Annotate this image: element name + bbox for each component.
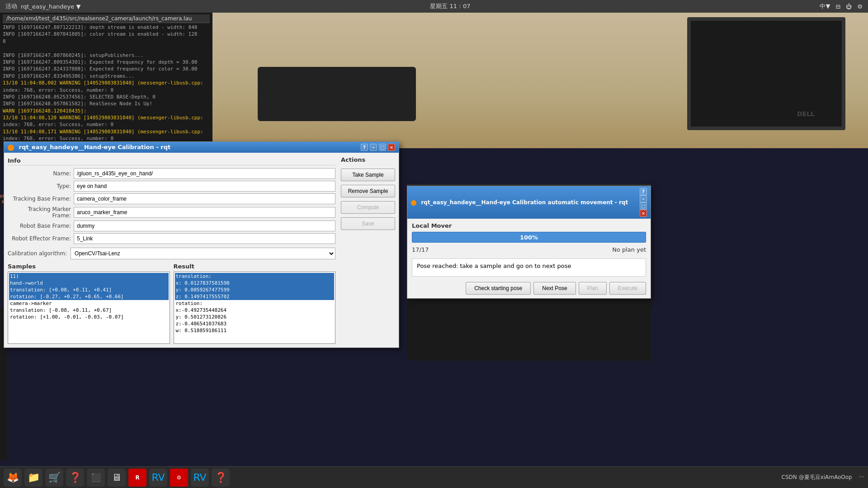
progress-text: 100% bbox=[520, 234, 538, 241]
robot-effector-row: Robot Effector Frame: bbox=[8, 233, 335, 244]
samples-title: Samples bbox=[8, 263, 170, 270]
term-line-3: 8 bbox=[3, 38, 210, 45]
calibration-left-panel: Info Name: Type: Tracking Base Frame: Tr… bbox=[8, 156, 335, 344]
auto-dialog-buttons: Check starting pose Next Pose Plan Execu… bbox=[412, 282, 646, 295]
tracking-base-input[interactable] bbox=[74, 193, 335, 204]
robot-effector-input[interactable] bbox=[74, 233, 335, 244]
topbar-left: 活动 rqt_easy_handeye ▼ bbox=[5, 2, 80, 10]
actions-panel: Actions Take Sample Remove Sample Comput… bbox=[341, 156, 395, 344]
save-button[interactable]: Save bbox=[341, 217, 395, 230]
sample-list[interactable]: 11) hand->world translation: [+0.08, +0.… bbox=[8, 272, 170, 344]
dialog-close-button[interactable]: ✕ bbox=[388, 144, 395, 151]
result-line-5: rotation: bbox=[175, 300, 335, 307]
network-icon: ⊟ bbox=[835, 3, 840, 10]
taskbar: 🦊 📁 🛒 ❓ ⬛ 🖥 R RV ⚙ RV ❓ CSDN @夏毛豆xiAmAoO… bbox=[0, 466, 868, 488]
terminal-header: /home/xmd/test_d435i/src/realsense2_came… bbox=[3, 14, 210, 23]
taskbar-rviz2[interactable]: RV bbox=[191, 469, 209, 487]
mover-row: 17/17 No plan yet bbox=[412, 246, 646, 253]
compute-button[interactable]: Compute bbox=[341, 201, 395, 214]
term-line-12: INFO [1697166248.057861582]: RealSense N… bbox=[3, 100, 210, 107]
result-line-3: y: 0.0059267477599 bbox=[175, 286, 335, 293]
chevron-down-icon: ▼ bbox=[76, 3, 80, 10]
tracking-marker-label: Tracking Marker Frame: bbox=[8, 206, 71, 219]
app-name: rqt_easy_handeye bbox=[21, 3, 74, 10]
term-line-14: 13/10 11:04:08,120 WARNING [140529803831… bbox=[3, 114, 210, 121]
indicators: 中▼ bbox=[820, 2, 830, 10]
tracking-marker-input[interactable] bbox=[74, 207, 335, 218]
sample-item-7[interactable]: rotation: [+1.00, -0.01, -0.03, -0.07] bbox=[9, 314, 169, 320]
titlebar-buttons: ? – □ ✕ bbox=[361, 144, 395, 151]
taskbar-robot[interactable]: ⚙ bbox=[170, 469, 188, 487]
titlebar-left: rqt_easy_handeye__Hand-eye Calibration -… bbox=[8, 144, 170, 151]
result-line-9: w: 0.518859186111 bbox=[175, 327, 335, 334]
type-row: Type: bbox=[8, 181, 335, 192]
type-input[interactable] bbox=[74, 181, 335, 192]
take-sample-button[interactable]: Take Sample bbox=[341, 169, 395, 181]
taskbar-ros-red[interactable]: R bbox=[128, 469, 146, 487]
dialog-maximize-button[interactable]: □ bbox=[379, 144, 386, 151]
topbar: 活动 rqt_easy_handeye ▼ 星期五 11：07 中▼ ⊟ ⏻ ⚙ bbox=[0, 0, 868, 13]
tracking-base-row: Tracking Base Frame: bbox=[8, 193, 335, 204]
execute-button[interactable]: Execute bbox=[609, 282, 646, 295]
term-line-7: INFO [1697166247.824337808]: Expected fr… bbox=[3, 66, 210, 72]
term-line-9: 13/10 11:04:08,002 WARNING [140529803831… bbox=[3, 80, 210, 86]
taskbar-firefox[interactable]: 🦊 bbox=[4, 469, 22, 487]
result-box[interactable]: translation: x: 0.0127837581598 y: 0.005… bbox=[174, 272, 336, 344]
result-line-8: z:-0.486541037683 bbox=[175, 320, 335, 327]
result-line-7: y: 0.501273120826 bbox=[175, 314, 335, 320]
sample-item-5[interactable]: camera->marker bbox=[9, 300, 169, 307]
sample-item-1[interactable]: 11) bbox=[9, 273, 169, 280]
monitor-brand: DELL bbox=[797, 110, 815, 117]
sample-item-3[interactable]: translation: [+0.08, +0.11, +0.41] bbox=[9, 286, 169, 293]
dialog-minimize-button[interactable]: – bbox=[370, 144, 377, 151]
calibration-dialog: rqt_easy_handeye__Hand-eye Calibration -… bbox=[4, 141, 399, 348]
calibration-algorithm-select[interactable]: OpenCV/Tsai-Lenz bbox=[71, 248, 335, 259]
taskbar-rviz1[interactable]: RV bbox=[149, 469, 167, 487]
samples-section: Samples 11) hand->world translation: [+0… bbox=[8, 263, 170, 344]
term-line-8: INFO [1697166247.833495386]: setupStream… bbox=[3, 73, 210, 80]
name-input[interactable] bbox=[74, 168, 335, 179]
plan-button[interactable]: Plan bbox=[579, 282, 607, 295]
terminal-left: /home/xmd/test_d435i/src/realsense2_came… bbox=[0, 13, 212, 148]
term-line-4 bbox=[3, 45, 210, 52]
result-line-4: z: 0.1497417555702 bbox=[175, 293, 335, 300]
camera-scene: DELL bbox=[212, 13, 868, 148]
taskbar-terminal[interactable]: 🖥 bbox=[108, 469, 126, 487]
result-section: Result translation: x: 0.0127837581598 y… bbox=[174, 263, 336, 344]
remove-sample-button[interactable]: Remove Sample bbox=[341, 185, 395, 197]
topbar-center: 星期五 11：07 bbox=[80, 2, 820, 10]
sample-item-4[interactable]: rotation: [-0.27, +0.27, +0.65, +0.66] bbox=[9, 293, 169, 300]
auto-dialog-maximize-button[interactable]: □ bbox=[640, 202, 647, 210]
pose-status-text: Pose reached: take a sample and go on to… bbox=[412, 258, 646, 277]
local-mover-title: Local Mover bbox=[412, 222, 646, 229]
taskbar-software-center[interactable]: 🛒 bbox=[45, 469, 63, 487]
check-starting-pose-button[interactable]: Check starting pose bbox=[466, 282, 531, 295]
sample-item-6[interactable]: translation: [-0.08, +0.11, +0.67] bbox=[9, 307, 169, 314]
auto-dialog-title: rqt_easy_handeye__Hand-eye Calibration a… bbox=[421, 199, 628, 206]
term-line-6: INFO [1697166247.809354301]: Expected fr… bbox=[3, 59, 210, 66]
dialog-title: rqt_easy_handeye__Hand-eye Calibration -… bbox=[19, 144, 171, 150]
robot-base-input[interactable] bbox=[74, 221, 335, 231]
menu-dots-icon: ··· bbox=[859, 474, 864, 480]
dialog-help-button[interactable]: ? bbox=[361, 144, 368, 151]
terminal-right: DELL bbox=[212, 13, 868, 148]
tracking-marker-row: Tracking Marker Frame: bbox=[8, 206, 335, 219]
auto-dialog-minimize-button[interactable]: – bbox=[640, 195, 647, 202]
app-indicator[interactable]: rqt_easy_handeye ▼ bbox=[21, 3, 80, 10]
taskbar-help[interactable]: ❓ bbox=[66, 469, 84, 487]
sample-item-2[interactable]: hand->world bbox=[9, 280, 169, 286]
plan-status: No plan yet bbox=[612, 246, 646, 253]
taskbar-vscode[interactable]: ⬛ bbox=[87, 469, 105, 487]
next-pose-button[interactable]: Next Pose bbox=[533, 282, 576, 295]
robot-base-row: Robot Base Frame: bbox=[8, 221, 335, 231]
info-section-title: Info bbox=[8, 156, 335, 165]
taskbar-files[interactable]: 📁 bbox=[24, 469, 42, 487]
robot-effector-label: Robot Effector Frame: bbox=[8, 235, 71, 242]
auto-dialog-help-button[interactable]: ? bbox=[640, 188, 647, 195]
term-line-5: INFO [1697166247.807860245]: setupPublis… bbox=[3, 52, 210, 59]
taskbar-csdn-label: CSDN @夏毛豆xiAmAoOop bbox=[782, 474, 852, 480]
auto-dialog-close-button[interactable]: ✕ bbox=[640, 210, 647, 217]
taskbar-help2[interactable]: ❓ bbox=[212, 469, 230, 487]
auto-dialog-content: Local Mover 100% 17/17 No plan yet Pose … bbox=[407, 219, 651, 298]
activity-label[interactable]: 活动 bbox=[5, 2, 17, 10]
